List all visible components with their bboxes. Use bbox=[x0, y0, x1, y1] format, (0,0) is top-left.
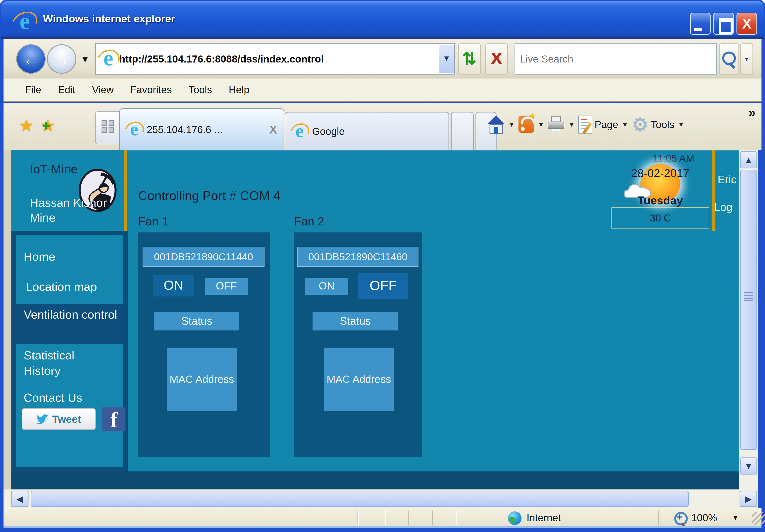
fan1-off-button[interactable]: OFF bbox=[205, 277, 248, 295]
tweet-button[interactable]: Tweet bbox=[22, 408, 96, 430]
tweet-button-label: Tweet bbox=[52, 413, 81, 425]
zoom-dropdown-icon[interactable]: ▼ bbox=[732, 514, 739, 521]
menu-view[interactable]: View bbox=[84, 84, 122, 96]
tab-close-icon[interactable]: X bbox=[269, 123, 277, 136]
page-dropdown-icon[interactable]: ▼ bbox=[622, 121, 628, 128]
scroll-up-icon[interactable]: ▲ bbox=[740, 151, 757, 169]
day-label: Tuesday bbox=[621, 194, 700, 207]
page-left-margin bbox=[4, 150, 11, 489]
stop-button[interactable]: X bbox=[485, 43, 508, 75]
status-bar: Internet 100% ▼ bbox=[4, 508, 761, 528]
fan1-mac-id: 001DB521890C11440 bbox=[143, 247, 265, 267]
temperature-box: 30 C bbox=[611, 208, 709, 229]
brand-title: IoT-Mine bbox=[30, 162, 78, 176]
minimize-button[interactable] bbox=[690, 13, 711, 35]
close-button[interactable]: X bbox=[736, 13, 757, 35]
user-name-link[interactable]: Eric bbox=[718, 173, 739, 186]
fan2-mac-id: 001DB521890C11460 bbox=[298, 247, 418, 267]
menu-help[interactable]: Help bbox=[221, 84, 258, 96]
date-label: 28-02-2017 bbox=[612, 167, 708, 180]
content-footer-band bbox=[11, 471, 739, 489]
fan1-status-button[interactable]: Status bbox=[154, 312, 239, 330]
zoom-level: 100% bbox=[691, 512, 717, 524]
page-menu-label[interactable]: Page bbox=[595, 119, 618, 131]
menu-file[interactable]: File bbox=[17, 84, 50, 96]
window-title: Windows internet explorer bbox=[43, 13, 175, 25]
forward-button[interactable]: → bbox=[47, 44, 76, 74]
scroll-right-icon[interactable]: ▶ bbox=[740, 491, 757, 507]
tools-menu-label[interactable]: Tools bbox=[651, 119, 674, 131]
internet-zone-label: Internet bbox=[526, 512, 561, 524]
internet-zone-icon bbox=[508, 511, 521, 525]
home-icon[interactable] bbox=[487, 115, 505, 134]
sidebar-gold-stripe bbox=[124, 150, 127, 231]
fan2-status-button[interactable]: Status bbox=[313, 312, 398, 330]
ie-logo-icon: e bbox=[13, 10, 37, 34]
url-input[interactable] bbox=[119, 53, 439, 65]
menu-edit[interactable]: Edit bbox=[50, 84, 84, 96]
tab-active-label: 255.104.176.6 ... bbox=[147, 124, 222, 136]
feeds-dropdown-icon[interactable]: ▼ bbox=[538, 121, 544, 128]
tab-favicon-icon: e bbox=[291, 122, 308, 141]
history-dropdown-icon[interactable]: ▼ bbox=[81, 54, 90, 64]
menu-bar: File Edit View Favorites Tools Help bbox=[4, 79, 761, 102]
page-icon[interactable] bbox=[578, 116, 592, 134]
fan2-label: Fan 2 bbox=[294, 215, 324, 228]
address-bar: e ▼ bbox=[95, 43, 455, 75]
facebook-icon[interactable]: f bbox=[102, 407, 126, 431]
logout-link[interactable]: Log bbox=[714, 201, 739, 214]
sidebar-item-location-map[interactable]: Location map bbox=[26, 279, 97, 294]
tab-favicon-icon: e bbox=[126, 120, 143, 140]
back-button[interactable]: ← bbox=[16, 44, 46, 74]
divider-gold-line bbox=[712, 150, 715, 231]
maximize-button[interactable] bbox=[713, 13, 734, 35]
scroll-down-icon[interactable]: ▼ bbox=[740, 457, 757, 475]
menu-favorites[interactable]: Favorites bbox=[122, 84, 180, 96]
twitter-bird-icon bbox=[36, 414, 49, 424]
fan2-off-button[interactable]: OFF bbox=[358, 273, 408, 299]
sidebar-item-label: Ventilation control bbox=[24, 306, 118, 322]
search-go-button[interactable] bbox=[719, 43, 739, 75]
search-box bbox=[514, 43, 717, 75]
print-icon[interactable] bbox=[548, 117, 565, 133]
fan1-on-button[interactable]: ON bbox=[153, 274, 194, 296]
refresh-button[interactable]: ⇅ bbox=[458, 43, 481, 75]
search-options-dropdown[interactable]: ▼ bbox=[740, 43, 753, 75]
fan1-label: Fan 1 bbox=[138, 215, 169, 228]
sidebar-item-contact-us[interactable]: Contact Us bbox=[24, 390, 82, 405]
resize-grip[interactable] bbox=[752, 512, 765, 525]
mine-name: Hassan Kishor Mine bbox=[30, 195, 118, 225]
quick-tabs-button[interactable] bbox=[95, 111, 122, 144]
title-bar: e Windows internet explorer X bbox=[1, 1, 764, 39]
clock-time: 11:05 AM bbox=[629, 153, 717, 164]
screen: e Windows internet explorer X ← → ▼ e ▼ … bbox=[0, 0, 765, 532]
favorites-star-icon[interactable]: ★ bbox=[19, 116, 34, 135]
print-dropdown-icon[interactable]: ▼ bbox=[568, 121, 575, 128]
scroll-left-icon[interactable]: ◀ bbox=[11, 491, 29, 507]
search-icon bbox=[722, 52, 736, 65]
menu-tools[interactable]: Tools bbox=[180, 84, 220, 96]
gear-icon[interactable]: ⚙ bbox=[632, 116, 648, 133]
tab-google[interactable]: e Google bbox=[285, 112, 449, 150]
fan2-mac-address-button[interactable]: MAC Address bbox=[324, 347, 394, 411]
tab-google-label: Google bbox=[312, 126, 345, 137]
sidebar-item-ventilation-control[interactable]: Ventilation control bbox=[16, 304, 123, 344]
tools-dropdown-icon[interactable]: ▼ bbox=[678, 121, 684, 128]
home-dropdown-icon[interactable]: ▼ bbox=[508, 121, 515, 128]
fan1-mac-address-button[interactable]: MAC Address bbox=[167, 347, 237, 411]
quick-tabs-icon bbox=[102, 120, 114, 133]
horizontal-scroll-thumb[interactable] bbox=[31, 491, 689, 507]
toolbar-overflow-chevron[interactable]: » bbox=[748, 105, 756, 120]
feeds-icon[interactable]: ✦ bbox=[518, 116, 534, 134]
sidebar-item-home[interactable]: Home bbox=[24, 249, 55, 264]
add-favorite-icon[interactable]: ★ bbox=[40, 116, 55, 135]
vertical-scroll-thumb[interactable] bbox=[740, 170, 757, 450]
page-favicon-icon: e bbox=[98, 47, 119, 71]
tab-active[interactable]: e 255.104.176.6 ... X bbox=[119, 108, 284, 150]
search-input[interactable] bbox=[515, 53, 716, 65]
sidebar-item-statistical-history[interactable]: Statistical History bbox=[24, 347, 96, 378]
page-title: Controlling Port # COM 4 bbox=[138, 188, 280, 203]
address-dropdown-icon[interactable]: ▼ bbox=[439, 45, 454, 73]
fan2-on-button[interactable]: ON bbox=[305, 277, 348, 295]
tab-stub bbox=[451, 112, 474, 150]
